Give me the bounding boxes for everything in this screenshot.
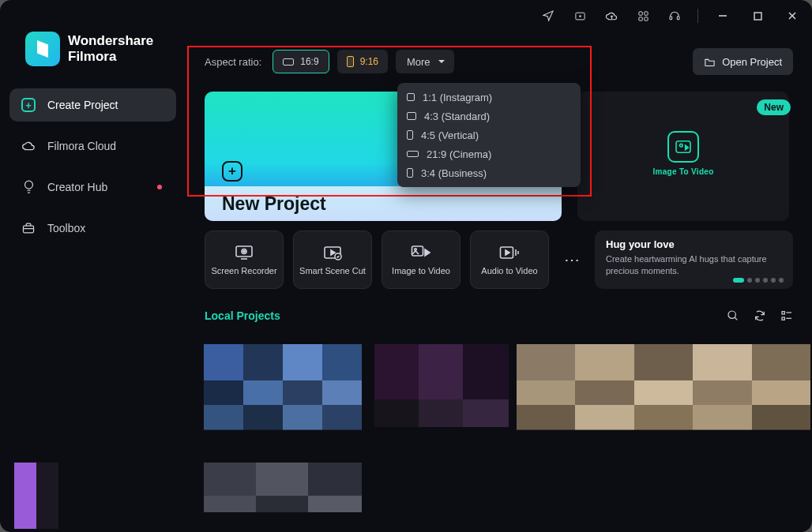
project-thumb[interactable] xyxy=(374,344,509,455)
svg-rect-2 xyxy=(638,11,641,14)
wide-rect-icon xyxy=(407,151,419,157)
maximize-button[interactable] xyxy=(742,4,773,28)
tool-screen-recorder[interactable]: Screen Recorder xyxy=(205,230,284,289)
aspect-16-9-button[interactable]: 16:9 xyxy=(273,50,329,73)
aspect-ratio-dropdown: 1:1 (Instagram) 4:3 (Standard) 4:5 (Vert… xyxy=(397,83,581,187)
image-to-video-icon xyxy=(667,131,699,163)
pager-dot[interactable] xyxy=(779,278,784,283)
aspect-ratio-row: Aspect ratio: 16:9 9:16 More Open Projec… xyxy=(205,47,793,76)
pager-dot[interactable] xyxy=(755,278,760,283)
notification-dot xyxy=(157,185,162,189)
aspect-value: 9:16 xyxy=(360,56,378,67)
nav-label: Filmora Cloud xyxy=(47,140,116,152)
project-thumbnails xyxy=(14,344,812,532)
bulb-icon xyxy=(21,179,36,195)
message-icon[interactable] xyxy=(566,4,593,28)
tool-label: Smart Scene Cut xyxy=(299,266,366,275)
support-headset-icon[interactable] xyxy=(661,4,688,28)
svg-point-24 xyxy=(728,311,735,318)
aspect-value: 16:9 xyxy=(300,56,318,67)
tool-audio-to-video[interactable]: Audio to Video xyxy=(470,230,549,289)
cloud-icon xyxy=(21,140,36,152)
nav-toolbox[interactable]: Toolbox xyxy=(9,212,176,245)
landscape-rect-icon xyxy=(283,58,294,66)
local-projects-header: Local Projects xyxy=(205,309,793,322)
pager-dot[interactable] xyxy=(747,278,752,283)
promo-panel[interactable]: Hug your love Create heartwarming AI hug… xyxy=(595,230,793,289)
pager-dot[interactable] xyxy=(771,278,776,283)
portrait-rect-icon xyxy=(407,168,413,178)
apps-grid-icon[interactable] xyxy=(630,4,656,28)
nav-label: Toolbox xyxy=(47,222,85,234)
project-thumb[interactable] xyxy=(14,463,58,529)
audio-to-video-icon xyxy=(499,244,520,261)
minimize-button[interactable] xyxy=(708,4,738,28)
nav-label: Create Project xyxy=(47,99,118,111)
aspect-option-3-4[interactable]: 3:4 (Business) xyxy=(397,163,581,182)
search-icon[interactable] xyxy=(727,309,739,322)
aspect-more-dropdown[interactable]: More xyxy=(396,50,454,73)
pager-dot[interactable] xyxy=(733,278,744,283)
brand-text: Wondershare Filmora xyxy=(68,33,153,64)
svg-point-15 xyxy=(680,144,683,147)
local-projects-actions xyxy=(727,309,793,322)
nav-label: Creator Hub xyxy=(47,181,107,193)
portrait-rect-icon xyxy=(407,130,413,140)
promo-card[interactable]: New Image To Video xyxy=(577,92,789,221)
option-label: 3:4 (Business) xyxy=(421,167,487,179)
svg-rect-3 xyxy=(644,11,647,14)
send-feedback-icon[interactable] xyxy=(535,4,562,28)
square-rect-icon xyxy=(407,93,415,101)
project-thumb[interactable] xyxy=(517,344,810,455)
aspect-option-1-1[interactable]: 1:1 (Instagram) xyxy=(397,88,581,107)
promo-pager xyxy=(733,278,784,283)
new-badge: New xyxy=(757,99,791,115)
option-label: 4:5 (Vertical) xyxy=(421,129,479,141)
app-window: Wondershare Filmora + Create Project Fil… xyxy=(0,0,812,532)
promo-desc: Create heartwarming AI hugs that capture… xyxy=(606,253,782,277)
landscape-rect-icon xyxy=(407,112,416,120)
svg-line-25 xyxy=(735,317,737,320)
aspect-option-4-5[interactable]: 4:5 (Vertical) xyxy=(397,126,581,144)
option-label: 21:9 (Cinema) xyxy=(427,148,491,160)
tools-row: Screen Recorder Smart Scene Cut Image to… xyxy=(205,230,793,289)
open-project-button[interactable]: Open Project xyxy=(693,48,793,75)
close-button[interactable] xyxy=(777,4,807,28)
nav-filmora-cloud[interactable]: Filmora Cloud xyxy=(9,129,176,163)
svg-point-1 xyxy=(579,15,581,17)
tool-label: Image to Video xyxy=(392,266,450,275)
more-label: More xyxy=(407,56,430,68)
aspect-9-16-button[interactable]: 9:16 xyxy=(337,50,388,73)
tool-image-to-video[interactable]: Image to Video xyxy=(382,230,461,289)
brand-line2: Filmora xyxy=(68,49,153,65)
svg-rect-26 xyxy=(782,312,784,314)
nav-creator-hub[interactable]: Creator Hub xyxy=(9,170,176,204)
project-thumb[interactable] xyxy=(204,344,362,455)
refresh-icon[interactable] xyxy=(754,309,766,322)
pager-dot[interactable] xyxy=(763,278,768,283)
image-to-video-icon xyxy=(411,244,431,261)
toolbox-icon xyxy=(21,222,36,234)
promo-icon-caption: Image To Video xyxy=(577,167,789,176)
project-thumb[interactable] xyxy=(204,463,362,529)
brand: Wondershare Filmora xyxy=(9,14,176,88)
svg-point-12 xyxy=(24,181,32,189)
svg-rect-27 xyxy=(782,317,784,320)
view-list-icon[interactable] xyxy=(780,309,793,322)
folder-icon xyxy=(704,57,716,67)
nav-create-project[interactable]: + Create Project xyxy=(9,88,176,122)
brand-logo xyxy=(25,32,60,66)
svg-rect-4 xyxy=(638,17,641,20)
aspect-option-4-3[interactable]: 4:3 (Standard) xyxy=(397,107,581,126)
local-projects-title: Local Projects xyxy=(205,309,280,322)
aspect-option-21-9[interactable]: 21:9 (Cinema) xyxy=(397,144,581,163)
cloud-upload-icon[interactable] xyxy=(598,4,625,28)
tool-label: Audio to Video xyxy=(481,266,537,275)
tools-more-button[interactable]: ⋯ xyxy=(558,230,585,289)
svg-rect-6 xyxy=(670,17,672,20)
tool-smart-scene-cut[interactable]: Smart Scene Cut xyxy=(293,230,372,289)
aspect-ratio-label: Aspect ratio: xyxy=(205,56,261,68)
project-thumb-empty xyxy=(374,463,810,529)
portrait-rect-icon xyxy=(347,56,354,67)
screen-recorder-icon xyxy=(234,244,254,261)
